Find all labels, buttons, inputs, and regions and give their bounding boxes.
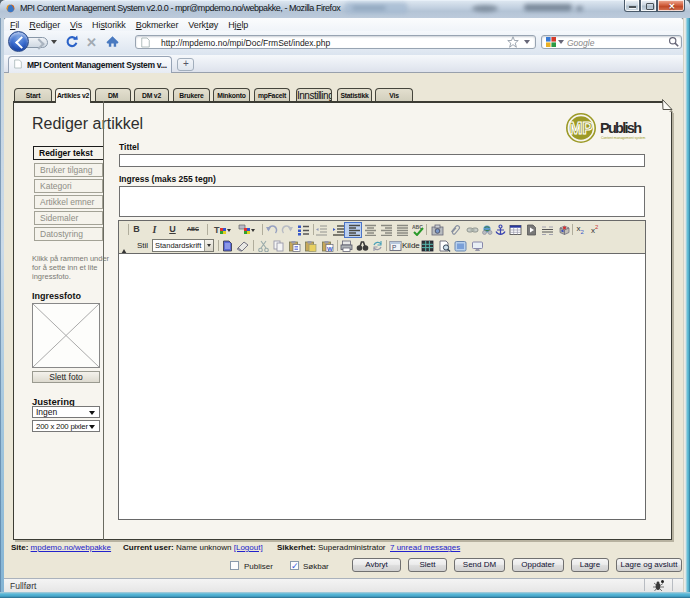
svg-text:MP: MP bbox=[569, 120, 593, 137]
svg-text:P: P bbox=[392, 244, 396, 251]
svg-text:W: W bbox=[327, 246, 333, 252]
svg-text:T: T bbox=[214, 225, 220, 235]
svg-text:Publish: Publish bbox=[600, 120, 642, 136]
svg-text:Content management system: Content management system bbox=[601, 136, 645, 140]
